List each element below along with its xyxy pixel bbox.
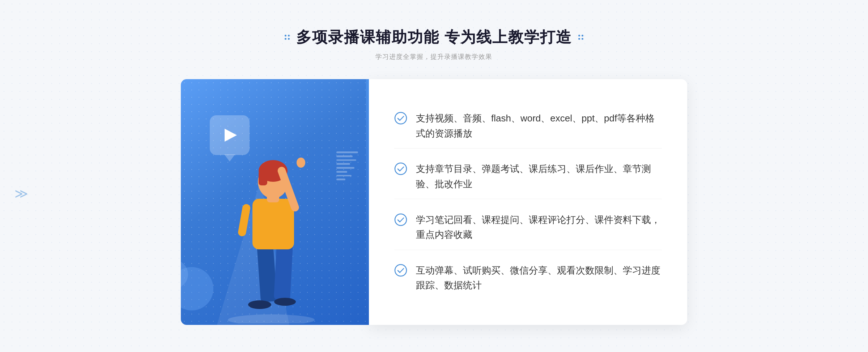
svg-point-0 xyxy=(228,314,315,323)
svg-point-12 xyxy=(297,158,305,168)
svg-point-13 xyxy=(395,112,407,124)
svg-point-4 xyxy=(274,298,296,306)
feature-text-1: 支持视频、音频、flash、word、excel、ppt、pdf等各种格式的资源… xyxy=(416,111,662,141)
page-wrapper: 多项录播课辅助功能 专为线上教学打造 学习进度全掌握，提升录播课教学效果 xyxy=(0,0,868,352)
deco-stripes xyxy=(336,151,358,180)
title-row: 多项录播课辅助功能 专为线上教学打造 xyxy=(285,27,583,47)
header-section: 多项录播课辅助功能 专为线上教学打造 学习进度全掌握，提升录播课教学效果 xyxy=(285,27,583,61)
check-icon-2 xyxy=(394,162,407,175)
svg-point-16 xyxy=(395,265,407,276)
feature-text-4: 互动弹幕、试听购买、微信分享、观看次数限制、学习进度跟踪、数据统计 xyxy=(416,263,662,293)
feature-item-2: 支持章节目录、弹题考试、课后练习、课后作业、章节测验、批改作业 xyxy=(394,154,662,199)
svg-point-3 xyxy=(248,300,271,309)
features-panel: 支持视频、音频、flash、word、excel、ppt、pdf等各种格式的资源… xyxy=(369,79,687,325)
svg-rect-10 xyxy=(238,203,251,237)
feature-item-1: 支持视频、音频、flash、word、excel、ppt、pdf等各种格式的资源… xyxy=(394,104,662,149)
svg-rect-9 xyxy=(259,171,267,185)
main-title: 多项录播课辅助功能 专为线上教学打造 xyxy=(296,27,572,47)
person-figure xyxy=(217,137,333,325)
check-icon-1 xyxy=(394,112,407,125)
person xyxy=(221,143,329,325)
decorative-dots-right xyxy=(578,35,583,40)
feature-text-3: 学习笔记回看、课程提问、课程评论打分、课件资料下载，重点内容收藏 xyxy=(416,213,662,242)
content-area: 支持视频、音频、flash、word、excel、ppt、pdf等各种格式的资源… xyxy=(181,79,687,325)
svg-point-14 xyxy=(395,163,407,175)
check-icon-4 xyxy=(394,264,407,277)
svg-rect-5 xyxy=(252,199,294,249)
svg-rect-2 xyxy=(274,244,293,300)
subtitle: 学习进度全掌握，提升录播课教学效果 xyxy=(285,52,583,61)
svg-point-15 xyxy=(395,214,407,226)
svg-rect-1 xyxy=(257,243,277,302)
feature-item-4: 互动弹幕、试听购买、微信分享、观看次数限制、学习进度跟踪、数据统计 xyxy=(394,256,662,300)
feature-text-2: 支持章节目录、弹题考试、课后练习、课后作业、章节测验、批改作业 xyxy=(416,162,662,192)
decorative-dots-left xyxy=(285,35,290,40)
blue-accent-strip xyxy=(366,79,369,325)
illustration-panel xyxy=(181,79,369,325)
decorative-double-arrows-left: ≫ xyxy=(14,186,28,201)
check-icon-3 xyxy=(394,213,407,226)
feature-item-3: 学习笔记回看、课程提问、课程评论打分、课件资料下载，重点内容收藏 xyxy=(394,205,662,250)
